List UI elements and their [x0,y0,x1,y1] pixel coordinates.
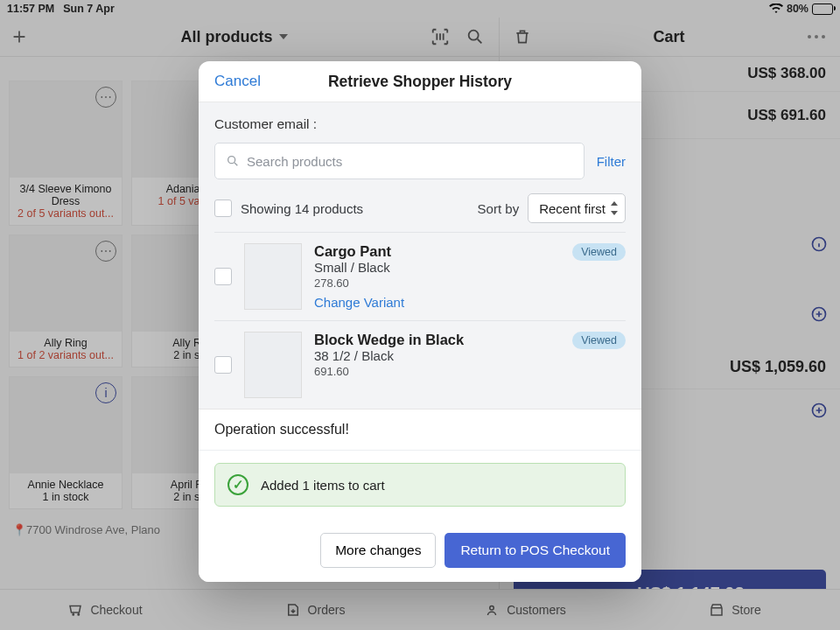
item-price: 691.60 [314,365,560,378]
success-alert: ✓ Added 1 items to cart [214,463,626,507]
search-icon [226,154,240,168]
viewed-badge: Viewed [572,243,626,261]
filter-link[interactable]: Filter [597,154,626,169]
item-title: Block Wedge in Black [314,332,560,348]
item-title: Cargo Pant [314,243,560,260]
item-variant: 38 1/2 / Black [314,348,560,363]
change-variant-link[interactable]: Change Variant [314,295,560,310]
more-changes-button[interactable]: More changes [320,533,436,568]
viewed-badge: Viewed [572,332,626,349]
sort-label: Sort by [478,201,520,216]
item-checkbox[interactable] [214,356,232,374]
operation-status: Operation successful! [199,410,641,450]
history-item: Cargo Pant Small / Black 278.60 Change V… [214,232,626,320]
select-all-checkbox[interactable] [214,200,232,217]
search-input[interactable]: Search products [214,143,584,179]
item-price: 278.60 [314,276,560,290]
search-placeholder: Search products [247,154,342,169]
item-variant: Small / Black [314,260,560,275]
history-item: Block Wedge in Black 38 1/2 / Black 691.… [214,320,626,409]
product-thumb [244,243,302,310]
product-thumb [244,332,302,398]
item-checkbox[interactable] [214,268,232,285]
check-icon: ✓ [228,474,248,495]
cancel-button[interactable]: Cancel [199,73,261,90]
alert-text: Added 1 items to cart [261,478,385,493]
return-checkout-button[interactable]: Return to POS Checkout [444,533,626,568]
sort-select[interactable]: Recent first [528,193,626,223]
retrieve-history-modal: Cancel Retrieve Shopper History Customer… [199,61,641,582]
modal-title: Retrieve Shopper History [199,73,641,91]
svg-point-8 [228,157,235,164]
showing-count: Showing 14 products [241,201,363,216]
customer-email-label: Customer email : [214,102,626,143]
